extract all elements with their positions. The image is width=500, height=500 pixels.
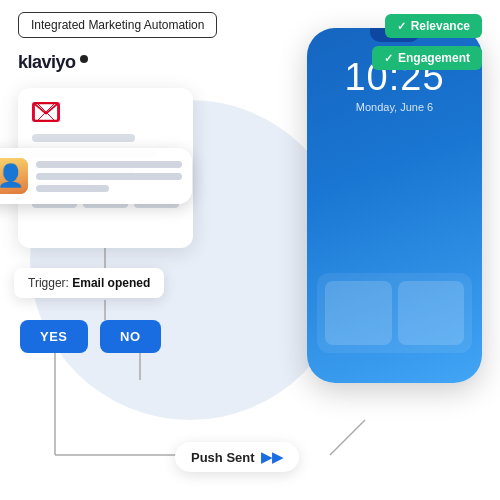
klaviyo-logo: klaviyo	[18, 52, 88, 73]
email-icon	[32, 102, 60, 122]
phone-date: Monday, June 6	[307, 101, 482, 113]
klaviyo-logo-dot	[80, 55, 88, 63]
notification-content	[36, 161, 182, 192]
email-icon-row	[32, 102, 179, 122]
notification-avatar	[0, 158, 28, 194]
trigger-box: Trigger: Email opened	[14, 268, 164, 298]
top-label: Integrated Marketing Automation	[18, 12, 217, 38]
phone-notification	[0, 148, 192, 204]
trigger-value: Email opened	[72, 276, 150, 290]
phone-img-1	[325, 281, 392, 345]
phone-img-2	[398, 281, 465, 345]
phone-bottom-area	[317, 273, 472, 353]
push-sent-label: Push Sent	[191, 450, 255, 465]
no-button[interactable]: NO	[100, 320, 161, 353]
avatar-image	[0, 158, 28, 194]
email-line-1	[32, 134, 135, 142]
push-arrows-icon: ▶▶	[261, 449, 283, 465]
check-icon-engagement: ✓	[384, 52, 393, 65]
notif-line-2	[36, 173, 182, 180]
klaviyo-wordmark: klaviyo	[18, 52, 76, 73]
engagement-badge: ✓ Engagement	[372, 46, 482, 70]
push-sent-box: Push Sent ▶▶	[175, 442, 299, 472]
engagement-label: Engagement	[398, 51, 470, 65]
check-icon-relevance: ✓	[397, 20, 406, 33]
phone-mockup: 10:25 Monday, June 6	[307, 28, 482, 383]
yes-button[interactable]: YES	[20, 320, 88, 353]
svg-rect-6	[34, 103, 58, 120]
relevance-label: Relevance	[411, 19, 470, 33]
notif-line-1	[36, 161, 182, 168]
notif-line-3	[36, 185, 109, 192]
relevance-badge: ✓ Relevance	[385, 14, 482, 38]
trigger-label: Trigger:	[28, 276, 69, 290]
svg-line-5	[330, 420, 365, 455]
